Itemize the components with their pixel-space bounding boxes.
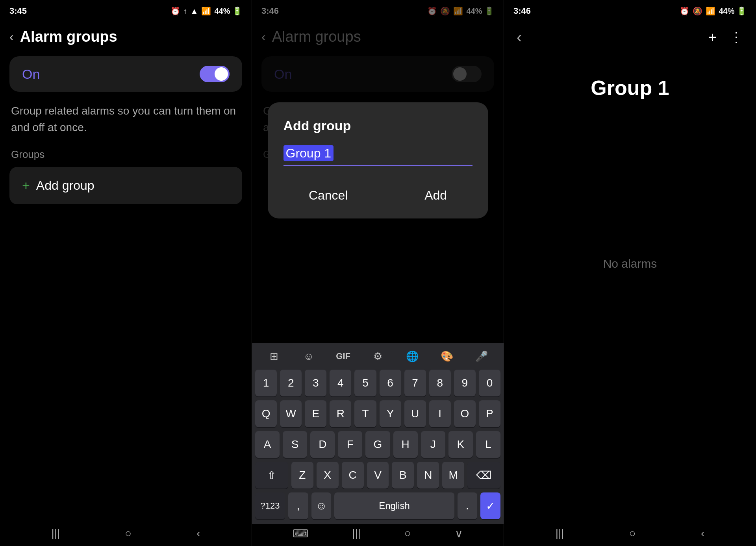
key-comma[interactable]: ,	[288, 492, 308, 519]
back-nav-icon-right[interactable]: ‹	[701, 527, 704, 540]
key-w[interactable]: W	[280, 400, 302, 427]
key-a[interactable]: A	[255, 431, 280, 458]
key-e[interactable]: E	[305, 400, 326, 427]
key-n[interactable]: N	[417, 462, 439, 489]
keyboard-icon-mic[interactable]: 🎤	[471, 348, 493, 365]
time-right: 3:46	[513, 6, 531, 16]
toggle-switch-left[interactable]	[200, 66, 230, 82]
bottom-nav-right: ||| ○ ‹	[504, 521, 756, 546]
right-nav-actions: + ⋮	[708, 29, 743, 46]
keyboard-icon-palette[interactable]: 🎨	[436, 348, 458, 365]
bottom-nav-left: ||| ○ ‹	[0, 521, 252, 546]
key-x[interactable]: X	[317, 462, 339, 489]
back-nav-icon-left[interactable]: ‹	[196, 527, 200, 540]
keyboard-icon-settings[interactable]: ⚙	[367, 348, 389, 365]
key-y[interactable]: Y	[380, 400, 401, 427]
key-f[interactable]: F	[338, 431, 362, 458]
key-z[interactable]: Z	[291, 462, 313, 489]
key-c[interactable]: C	[342, 462, 364, 489]
key-3[interactable]: 3	[305, 370, 326, 396]
no-alarms-label: No alarms	[504, 257, 756, 270]
menu-icon-right[interactable]: |||	[556, 527, 564, 540]
alarm-icon: ⏰	[170, 6, 180, 16]
key-1[interactable]: 1	[255, 370, 277, 396]
keyboard-icon-gif[interactable]: GIF	[332, 348, 354, 365]
key-r[interactable]: R	[330, 400, 351, 427]
key-9[interactable]: 9	[454, 370, 476, 396]
key-j[interactable]: J	[421, 431, 445, 458]
add-group-btn-left[interactable]: + Add group	[9, 167, 242, 204]
home-icon-right[interactable]: ○	[629, 527, 636, 540]
key-l[interactable]: L	[476, 431, 500, 458]
add-group-modal: Add group Group 1 Cancel Add	[268, 102, 488, 218]
nav-left: ‹ Alarm groups	[0, 22, 252, 52]
more-options-icon[interactable]: ⋮	[729, 29, 743, 46]
key-o[interactable]: O	[454, 400, 476, 427]
key-symbols[interactable]: ?123	[255, 492, 285, 519]
back-button-left[interactable]: ‹	[9, 30, 14, 44]
page-title-left: Alarm groups	[20, 28, 117, 45]
key-7[interactable]: 7	[404, 370, 426, 396]
group-title: Group 1	[504, 76, 756, 100]
cancel-button[interactable]: Cancel	[296, 182, 361, 209]
key-backspace[interactable]: ⌫	[467, 462, 500, 489]
key-2[interactable]: 2	[280, 370, 302, 396]
keyboard-row-special: ?123 , ☺ English . ✓	[255, 492, 500, 519]
key-space[interactable]: English	[334, 492, 454, 519]
key-i[interactable]: I	[429, 400, 451, 427]
key-t[interactable]: T	[354, 400, 376, 427]
key-period[interactable]: .	[458, 492, 478, 519]
keyboard: ⊞ ☺ GIF ⚙ 🌐 🎨 🎤 1 2 3 4 5 6 7 8 9 0	[252, 343, 504, 524]
battery-icon-r: 44% 🔋	[719, 6, 747, 16]
signal-icon-r: 📶	[706, 6, 715, 16]
key-shift[interactable]: ⇧	[255, 462, 288, 489]
key-4[interactable]: 4	[330, 370, 351, 396]
toggle-thumb-left	[215, 67, 228, 81]
upload-icon: ↑	[183, 7, 187, 16]
keyboard-row-z: ⇧ Z X C V B N M ⌫	[255, 462, 500, 489]
panel-right: 3:46 ⏰ 🔕 📶 44% 🔋 ‹ + ⋮ Group 1 No alarms…	[504, 0, 756, 546]
key-d[interactable]: D	[310, 431, 335, 458]
keyboard-icon-translate[interactable]: 🌐	[401, 348, 423, 365]
add-alarm-icon[interactable]: +	[708, 29, 717, 46]
key-g[interactable]: G	[365, 431, 390, 458]
key-b[interactable]: B	[392, 462, 414, 489]
panel-left: 3:45 ⏰ ↑ ▲ 📶 44% 🔋 ‹ Alarm groups On Gro…	[0, 0, 252, 546]
home-icon-middle[interactable]: ○	[404, 527, 411, 540]
keyboard-icon-sticker[interactable]: ☺	[298, 348, 320, 365]
key-q[interactable]: Q	[255, 400, 277, 427]
menu-icon-middle[interactable]: |||	[352, 527, 361, 540]
key-emoji[interactable]: ☺	[311, 492, 332, 519]
keyboard-toggle-icon[interactable]: ⌨	[293, 527, 308, 540]
modal-input-value[interactable]: Group 1	[284, 145, 334, 161]
key-5[interactable]: 5	[354, 370, 376, 396]
key-8[interactable]: 8	[429, 370, 451, 396]
bottom-nav-middle: ⌨ ||| ○ ∨	[252, 521, 504, 546]
down-icon-middle[interactable]: ∨	[455, 527, 463, 540]
home-icon-left[interactable]: ○	[125, 527, 132, 540]
menu-icon-left[interactable]: |||	[51, 527, 60, 540]
nav-right: ‹ + ⋮	[504, 22, 756, 52]
signal-icon: ▲	[191, 7, 198, 16]
key-0[interactable]: 0	[479, 370, 500, 396]
key-6[interactable]: 6	[380, 370, 401, 396]
key-u[interactable]: U	[404, 400, 426, 427]
key-h[interactable]: H	[393, 431, 418, 458]
back-button-right[interactable]: ‹	[517, 28, 522, 46]
key-m[interactable]: M	[442, 462, 464, 489]
key-s[interactable]: S	[283, 431, 307, 458]
groups-label-left: Groups	[0, 142, 252, 164]
action-divider	[386, 188, 386, 204]
key-p[interactable]: P	[479, 400, 500, 427]
wifi-icon: 📶	[201, 6, 211, 16]
key-k[interactable]: K	[448, 431, 473, 458]
keyboard-icon-grid[interactable]: ⊞	[263, 348, 285, 365]
modal-actions: Cancel Add	[284, 176, 472, 209]
add-button[interactable]: Add	[412, 182, 460, 209]
status-bar-right: 3:46 ⏰ 🔕 📶 44% 🔋	[504, 0, 756, 22]
add-group-label-left: Add group	[36, 178, 94, 193]
keyboard-row-numbers: 1 2 3 4 5 6 7 8 9 0	[255, 370, 500, 396]
key-enter[interactable]: ✓	[480, 492, 500, 519]
key-v[interactable]: V	[367, 462, 389, 489]
panel-middle: 3:46 ⏰ 🔕 📶 44% 🔋 ‹ Alarm groups On Group…	[252, 0, 504, 546]
